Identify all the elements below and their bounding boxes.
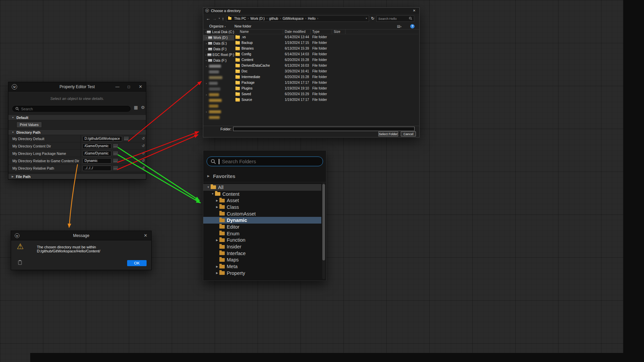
close-button[interactable]: ✕ (409, 8, 419, 14)
print-values-button[interactable]: Print Values (16, 122, 42, 128)
breadcrumb-segment[interactable]: GitWorkspace (281, 17, 305, 20)
file-row[interactable]: .vs6/14/2024 13:44File folder (234, 34, 419, 40)
column-header[interactable]: Date modified (283, 29, 311, 34)
scrollbar-thumb[interactable] (322, 184, 325, 260)
help-icon[interactable]: ? (410, 24, 415, 28)
folder-tree-item[interactable]: CustomAsset (203, 210, 321, 217)
section-header-file-path[interactable]: ▶ File Path (8, 174, 146, 179)
chevron-icon[interactable]: › (205, 48, 208, 51)
search-input[interactable]: Search (12, 106, 130, 112)
close-button[interactable]: ✕ (141, 231, 150, 240)
browse-ellipsis-button[interactable]: ... (113, 143, 118, 148)
property-value-field[interactable]: /Game/Dynamic (83, 143, 111, 149)
chevron-icon[interactable]: › (205, 42, 208, 45)
file-row[interactable]: Doc3/26/2024 16:41File folder (234, 68, 419, 74)
file-row[interactable]: Source1/19/2024 17:17File folder (234, 97, 419, 103)
expander-icon[interactable]: ▼ (210, 192, 215, 195)
property-editor-titlebar[interactable]: U Property Editor Test — □ ✕ (8, 82, 146, 92)
folder-tree-item[interactable]: Editor (203, 224, 321, 230)
copy-to-clipboard-icon[interactable] (18, 260, 22, 265)
browse-ellipsis-button[interactable]: ... (123, 136, 129, 141)
dialog-titlebar[interactable]: U Choose a directory ✕ (203, 8, 419, 14)
reset-to-default-icon[interactable]: ↺ (141, 166, 146, 170)
chevron-icon[interactable]: › (205, 59, 208, 62)
expander-icon[interactable]: ▶ (215, 239, 219, 242)
property-value-field[interactable]: D:/github/GitWorkspace (83, 136, 122, 141)
display-filter-icon[interactable]: ▦ (134, 105, 138, 110)
expander-icon[interactable]: ▶ (215, 205, 219, 208)
section-header-default[interactable]: ▼ Default (8, 115, 146, 120)
column-header[interactable]: Name (234, 29, 283, 34)
expander-icon[interactable]: ▶ (215, 272, 219, 275)
folder-tree-item[interactable]: Interface (203, 250, 321, 257)
nav-tree-item[interactable]: ›Local Disk (C:) (203, 29, 234, 35)
expander-icon[interactable]: ▼ (206, 186, 211, 189)
maximize-button[interactable]: □ (124, 82, 133, 92)
folder-tree-item[interactable]: Insider (203, 243, 321, 250)
nav-tree-item[interactable]: ›Work (D:) (203, 35, 234, 41)
reset-to-default-icon[interactable]: ↺ (141, 159, 146, 163)
nav-tree-item[interactable]: ›Data (E:) (203, 41, 234, 46)
select-folder-button[interactable]: Select Folder (378, 131, 398, 136)
folder-tree-item[interactable]: ▶Meta (203, 263, 321, 270)
folder-tree-item[interactable]: Dynamic (203, 217, 321, 224)
up-button[interactable]: ↑ (222, 16, 224, 21)
file-row[interactable]: Package1/19/2024 17:17File folder (234, 80, 419, 85)
folder-tree-item[interactable]: ▶Asset (203, 197, 321, 204)
nav-tree-item[interactable]: ›Data (F:) (203, 58, 234, 63)
expander-icon[interactable]: ▶ (215, 265, 219, 268)
expander-icon[interactable]: ▶ (215, 199, 219, 202)
message-titlebar[interactable]: U Message ✕ (11, 231, 151, 240)
folder-tree-item[interactable]: ▶Function (203, 237, 321, 244)
reset-to-default-icon[interactable]: ↺ (141, 151, 146, 156)
folder-tree-item[interactable]: ▼All (203, 184, 321, 191)
folder-tree-item[interactable]: Enum (203, 230, 321, 237)
ok-button[interactable]: OK (127, 260, 147, 266)
back-button[interactable]: ← (206, 16, 210, 21)
property-value-field[interactable]: Dynamic (83, 158, 111, 164)
reset-to-default-icon[interactable]: ↺ (141, 136, 146, 141)
breadcrumb-segment[interactable]: Work (D:) (249, 17, 266, 20)
folder-tree-item[interactable]: Maps (203, 257, 321, 263)
dialog-search-input[interactable]: Search Hello (376, 15, 414, 22)
browse-ellipsis-button[interactable]: ... (113, 151, 118, 156)
close-button[interactable]: ✕ (136, 82, 145, 92)
file-row[interactable]: Backup1/19/2024 17:15File folder (234, 40, 419, 46)
new-folder-button[interactable]: New folder (234, 24, 251, 28)
folder-name-input[interactable] (233, 127, 415, 131)
address-bar[interactable]: This PC›Work (D:)›github›GitWorkspace›He… (226, 15, 369, 22)
breadcrumb-segment[interactable]: github (268, 17, 279, 20)
refresh-icon[interactable]: ↻ (371, 16, 374, 21)
browse-ellipsis-button[interactable]: ... (113, 166, 118, 171)
file-row[interactable]: Intermediate6/20/2024 15:28File folder (234, 74, 419, 80)
breadcrumb-segment[interactable]: This PC (233, 17, 248, 20)
reset-to-default-icon[interactable]: ↺ (141, 144, 146, 148)
browse-ellipsis-button[interactable]: ... (113, 158, 118, 163)
organize-menu[interactable]: Organize ▾ (209, 24, 226, 28)
history-dropdown-icon[interactable]: ▾ (219, 17, 220, 20)
column-header[interactable]: Size (332, 29, 345, 34)
file-row[interactable]: Saved6/20/2024 15:29File folder (234, 91, 419, 97)
chevron-icon[interactable]: › (205, 53, 207, 57)
cancel-button[interactable]: Cancel (401, 131, 416, 136)
view-mode-button[interactable]: ▤▾ (397, 24, 401, 28)
folder-tree-item[interactable]: ▼Content (203, 191, 321, 197)
file-row[interactable]: Plugins1/19/2024 19:10File folder (234, 85, 419, 91)
property-value-field[interactable]: /Game/Dynamic (83, 151, 111, 156)
address-dropdown-icon[interactable]: ▾ (366, 17, 367, 20)
minimize-button[interactable]: — (113, 82, 122, 92)
scrollbar[interactable] (322, 183, 325, 279)
property-value-field[interactable]: ../../../ (83, 166, 111, 171)
section-header-directory-path[interactable]: ▼ Directory Path (8, 130, 146, 135)
nav-tree-item[interactable]: ›Data (F:) (203, 46, 234, 52)
nav-tree-item[interactable]: ›EGC Root (P:) (203, 52, 234, 58)
folder-tree-item[interactable]: ▶Property (203, 270, 321, 277)
column-header[interactable]: Type (311, 29, 332, 34)
file-row[interactable]: Content6/20/2024 15:28File folder (234, 57, 419, 63)
breadcrumb-segment[interactable]: Hello (307, 17, 317, 20)
settings-gear-icon[interactable]: ⚙ (141, 105, 145, 110)
forward-button[interactable]: → (212, 16, 217, 21)
chevron-icon[interactable]: › (205, 36, 208, 40)
file-row[interactable]: Binaries6/13/2024 15:39File folder (234, 46, 419, 51)
file-row[interactable]: DerivedDataCache6/13/2024 16:03File fold… (234, 63, 419, 68)
